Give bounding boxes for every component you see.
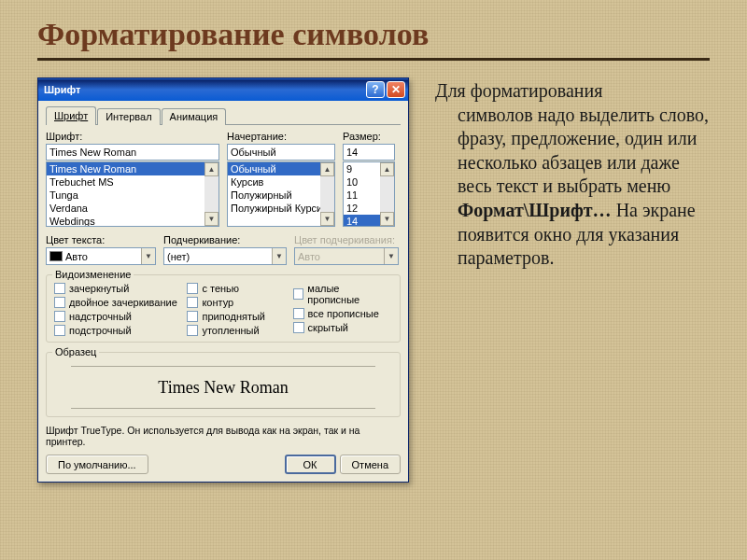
font-input[interactable]: Times New Roman: [46, 144, 219, 161]
color-label: Цвет текста:: [46, 234, 156, 245]
scrollbar[interactable]: ▲ ▼: [204, 162, 218, 226]
size-label: Размер:: [343, 131, 395, 142]
underline-combo[interactable]: (нет) ▼: [163, 247, 287, 265]
color-swatch-icon: [49, 251, 63, 261]
style-label: Начертание:: [227, 131, 335, 142]
help-icon: ?: [372, 83, 378, 96]
scrollbar[interactable]: ▲ ▼: [380, 162, 394, 226]
effects-legend: Видоизменение: [52, 269, 134, 280]
cancel-button[interactable]: Отмена: [340, 455, 401, 474]
list-item[interactable]: Webdings: [47, 215, 218, 227]
chevron-down-icon[interactable]: ▼: [141, 248, 155, 264]
scroll-down-icon[interactable]: ▼: [204, 212, 218, 226]
tab-font[interactable]: Шрифт: [46, 106, 96, 125]
sample-legend: Образец: [52, 346, 99, 357]
scroll-up-icon[interactable]: ▲: [380, 162, 394, 176]
underline-label: Подчеркивание:: [163, 234, 287, 245]
titlebar[interactable]: Шрифт ? ✕: [38, 78, 408, 101]
size-input[interactable]: 14: [343, 144, 395, 161]
ok-button[interactable]: ОК: [285, 455, 336, 474]
checkbox-engrave[interactable]: утопленный: [187, 325, 292, 336]
checkbox-hidden[interactable]: скрытый: [293, 322, 392, 333]
scroll-up-icon[interactable]: ▲: [204, 162, 218, 176]
list-item[interactable]: Tunga: [47, 189, 218, 202]
effects-group: Видоизменение зачеркнутый двойное зачерк…: [46, 274, 401, 343]
list-item[interactable]: Trebuchet MS: [47, 175, 218, 189]
sample-preview: Times New Roman: [71, 366, 375, 409]
checkbox-superscript[interactable]: надстрочный: [54, 311, 187, 322]
font-list[interactable]: Times New Roman Trebuchet MS Tunga Verda…: [46, 161, 219, 227]
tab-spacing[interactable]: Интервал: [97, 108, 160, 125]
para-body: символов надо выделить слово, фразу, пре…: [458, 105, 709, 197]
close-button[interactable]: ✕: [387, 81, 405, 98]
underline-color-label: Цвет подчеркивания:: [294, 234, 399, 245]
chevron-down-icon: ▼: [384, 248, 398, 264]
checkbox-strikethrough[interactable]: зачеркнутый: [54, 283, 187, 294]
para-bold: Формат\Шрифт…: [458, 200, 612, 220]
chevron-down-icon[interactable]: ▼: [272, 248, 286, 264]
scroll-down-icon[interactable]: ▼: [320, 212, 334, 226]
font-dialog: Шрифт ? ✕ Шрифт Интервал Анимация Шрифт:…: [37, 77, 409, 483]
font-label: Шрифт:: [46, 131, 219, 142]
checkbox-subscript[interactable]: подстрочный: [54, 325, 187, 336]
default-button[interactable]: По умолчанию...: [46, 455, 148, 474]
title-rule: [37, 58, 710, 61]
size-list[interactable]: 9 10 11 12 14 ▲ ▼: [343, 161, 395, 227]
checkbox-emboss[interactable]: приподнятый: [187, 311, 292, 322]
underline-color-combo: Авто ▼: [294, 247, 399, 265]
help-button[interactable]: ?: [366, 81, 385, 98]
checkbox-shadow[interactable]: с тенью: [187, 283, 292, 294]
body-text: Для форматирования символов надо выделит…: [435, 77, 710, 483]
list-item[interactable]: Verdana: [47, 202, 218, 215]
tab-animation[interactable]: Анимация: [162, 108, 227, 125]
underline-value: (нет): [167, 251, 190, 262]
underline-color-value: Авто: [298, 251, 320, 262]
style-list[interactable]: Обычный Курсив Полужирный Полужирный Кур…: [227, 161, 335, 227]
scrollbar[interactable]: ▲ ▼: [320, 162, 334, 226]
style-input[interactable]: Обычный: [227, 144, 335, 161]
checkbox-all-caps[interactable]: все прописные: [293, 308, 392, 319]
hint-text: Шрифт TrueType. Он используется для выво…: [46, 425, 401, 447]
para-lead: Для форматирования: [435, 80, 602, 101]
list-item[interactable]: Полужирный: [228, 189, 334, 202]
close-icon: ✕: [391, 83, 401, 96]
sample-group: Образец Times New Roman: [46, 352, 401, 417]
checkbox-double-strike[interactable]: двойное зачеркивание: [54, 297, 187, 308]
list-item[interactable]: Полужирный Курсив: [228, 202, 334, 215]
color-combo[interactable]: Авто ▼: [46, 247, 156, 265]
dialog-title: Шрифт: [44, 84, 80, 95]
scroll-up-icon[interactable]: ▲: [320, 162, 334, 176]
slide-title: Форматирование символов: [37, 17, 710, 52]
color-value: Авто: [65, 251, 88, 262]
tabstrip: Шрифт Интервал Анимация: [46, 106, 401, 125]
scroll-down-icon[interactable]: ▼: [380, 212, 394, 226]
checkbox-outline[interactable]: контур: [187, 297, 292, 308]
list-item[interactable]: Times New Roman: [47, 162, 218, 175]
list-item[interactable]: Курсив: [228, 175, 334, 189]
checkbox-small-caps[interactable]: малые прописные: [293, 283, 392, 305]
list-item[interactable]: Обычный: [228, 162, 334, 175]
